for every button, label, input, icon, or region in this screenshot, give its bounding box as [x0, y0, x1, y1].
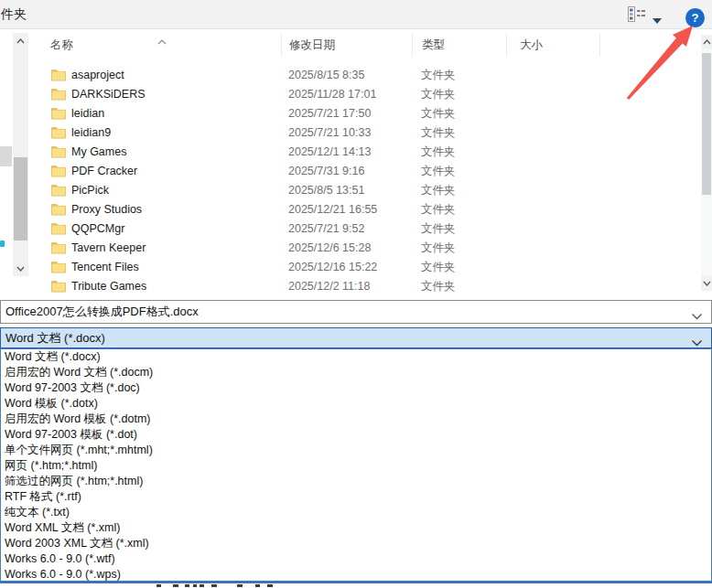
filetype-option[interactable]: Word 模板 (*.dotx) — [1, 396, 711, 412]
file-type: 文件夹 — [421, 277, 456, 296]
file-date: 2025/8/5 13:51 — [288, 181, 364, 200]
file-name: leidian9 — [71, 123, 111, 143]
file-type: 文件夹 — [421, 143, 456, 162]
folder-icon — [51, 203, 66, 216]
folder-icon — [51, 280, 66, 293]
column-header-blank — [599, 33, 700, 57]
folder-icon — [51, 165, 66, 177]
filetype-combobox[interactable]: Word 文档 (*.docx) — [0, 327, 712, 348]
filetype-option[interactable]: Word 97-2003 模板 (*.dot) — [1, 427, 711, 443]
file-date: 2025/12/2 11:18 — [288, 277, 370, 296]
file-row[interactable]: leidian9 2025/7/21 10:33 文件夹 — [29, 123, 701, 143]
file-name: QQPCMgr — [71, 219, 124, 239]
filename-input[interactable] — [5, 302, 683, 322]
file-row[interactable]: leidian 2025/7/21 17:50 文件夹 — [29, 104, 701, 123]
scrollbar-thumb[interactable] — [14, 157, 27, 241]
file-date: 2025/7/21 17:50 — [288, 104, 371, 123]
file-type: 文件夹 — [421, 258, 456, 277]
filetype-option[interactable]: 纯文本 (*.txt) — [1, 505, 711, 520]
filetype-option[interactable]: 筛选过的网页 (*.htm;*.html) — [1, 474, 711, 489]
scroll-down-icon[interactable] — [13, 261, 28, 276]
file-date: 2025/11/28 17:01 — [288, 85, 376, 104]
file-date: 2025/12/1 14:13 — [288, 143, 371, 162]
filetype-option[interactable]: Works 6.0 - 9.0 (*.wps) — [1, 567, 711, 583]
view-dropdown-arrow-icon[interactable] — [652, 12, 663, 19]
file-name: Tavern Keeper — [71, 239, 146, 258]
file-row[interactable]: My Games 2025/12/1 14:13 文件夹 — [29, 143, 701, 162]
column-header-size[interactable]: 大小 — [506, 33, 599, 57]
folder-icon — [51, 69, 66, 81]
help-button[interactable]: ? — [685, 8, 705, 27]
file-row[interactable]: DARKSiDERS 2025/11/28 17:01 文件夹 — [29, 85, 701, 104]
filetype-option[interactable]: Works 6.0 - 9.0 (*.wtf) — [1, 551, 711, 567]
nav-pane-scrollbar[interactable] — [13, 33, 28, 276]
file-type: 文件夹 — [421, 181, 456, 200]
column-header-type[interactable]: 类型 — [412, 33, 506, 57]
nav-item-sliver[interactable] — [0, 146, 12, 166]
file-list-scrollbar[interactable] — [701, 35, 712, 291]
filetype-option[interactable]: 网页 (*.htm;*.html) — [1, 458, 711, 474]
filetype-option[interactable]: Word 2003 XML 文档 (*.xml) — [1, 536, 711, 551]
clipped-caption-fragment — [0, 584, 712, 588]
filetype-option[interactable]: 启用宏的 Word 文档 (*.docm) — [1, 365, 711, 380]
filetype-dropdown-icon[interactable] — [691, 334, 704, 343]
file-date: 2025/7/21 9:52 — [288, 219, 364, 239]
folder-icon — [51, 145, 66, 158]
new-folder-button[interactable]: 件夹 — [1, 6, 27, 23]
file-type: 文件夹 — [421, 239, 456, 258]
file-row[interactable]: Tribute Games 2025/12/2 11:18 文件夹 — [29, 277, 701, 296]
file-name: Tribute Games — [71, 277, 146, 296]
filetype-option[interactable]: Word XML 文档 (*.xml) — [1, 520, 711, 536]
file-date: 2025/12/21 16:55 — [288, 200, 377, 219]
file-row[interactable]: Tencent Files 2025/12/16 15:22 文件夹 — [29, 258, 701, 277]
filename-combobox — [0, 300, 712, 324]
file-type: 文件夹 — [421, 104, 456, 123]
file-row[interactable]: QQPCMgr 2025/7/21 9:52 文件夹 — [29, 219, 701, 239]
file-type: 文件夹 — [421, 85, 456, 104]
file-name: asaproject — [71, 66, 124, 85]
file-type: 文件夹 — [421, 200, 456, 219]
folder-icon — [51, 184, 66, 197]
file-type: 文件夹 — [421, 123, 456, 143]
file-name: DARKSiDERS — [71, 85, 146, 104]
folder-icon — [51, 222, 66, 235]
file-type: 文件夹 — [421, 66, 456, 85]
scroll-down-icon[interactable] — [701, 276, 712, 291]
folder-icon — [51, 107, 66, 120]
filetype-option[interactable]: Word 文档 (*.docx) — [1, 349, 711, 365]
nav-icon-sliver — [0, 241, 5, 247]
file-row[interactable]: PDF Cracker 2025/7/31 9:16 文件夹 — [29, 162, 701, 181]
scroll-up-icon[interactable] — [13, 33, 28, 48]
file-name: Tencent Files — [71, 258, 139, 277]
folder-icon — [51, 261, 66, 273]
file-date: 2025/12/6 15:28 — [288, 239, 371, 258]
scrollbar-thumb[interactable] — [702, 53, 711, 195]
folder-icon — [51, 241, 66, 254]
file-name: leidian — [71, 104, 104, 123]
navigation-pane-sliver — [0, 29, 12, 298]
filetype-option[interactable]: RTF 格式 (*.rtf) — [1, 489, 711, 505]
file-date: 2025/7/31 9:16 — [288, 162, 364, 181]
file-row[interactable]: PicPick 2025/8/5 13:51 文件夹 — [29, 181, 701, 200]
file-name: PDF Cracker — [71, 162, 137, 181]
column-header-name[interactable]: 名称 — [29, 33, 281, 57]
column-label: 名称 — [50, 38, 73, 51]
file-row[interactable]: Tavern Keeper 2025/12/6 15:28 文件夹 — [29, 239, 701, 258]
scroll-up-icon[interactable] — [701, 35, 712, 49]
folder-icon — [51, 126, 66, 139]
file-date: 2025/12/16 15:22 — [288, 258, 377, 277]
folder-icon — [51, 88, 66, 101]
file-row[interactable]: Proxy Studios 2025/12/21 16:55 文件夹 — [29, 200, 701, 219]
change-view-icon[interactable] — [628, 6, 646, 22]
file-row[interactable]: asaproject 2025/8/15 8:35 文件夹 — [29, 66, 701, 85]
column-header-date[interactable]: 修改日期 — [281, 33, 412, 57]
file-list: 名称 修改日期 类型 大小 asaproject 2025/8/15 8:35 … — [29, 33, 701, 298]
filetype-option[interactable]: 启用宏的 Word 模板 (*.dotm) — [1, 412, 711, 427]
sort-ascending-icon — [157, 29, 167, 35]
filetype-option[interactable]: 单个文件网页 (*.mht;*.mhtml) — [1, 443, 711, 458]
filename-dropdown-icon[interactable] — [691, 308, 704, 317]
file-rows: asaproject 2025/8/15 8:35 文件夹 DARKSiDERS… — [29, 66, 701, 296]
filetype-selected-value: Word 文档 (*.docx) — [1, 328, 711, 347]
file-name: Proxy Studios — [71, 200, 142, 219]
filetype-option[interactable]: Word 97-2003 文档 (*.doc) — [1, 380, 711, 396]
